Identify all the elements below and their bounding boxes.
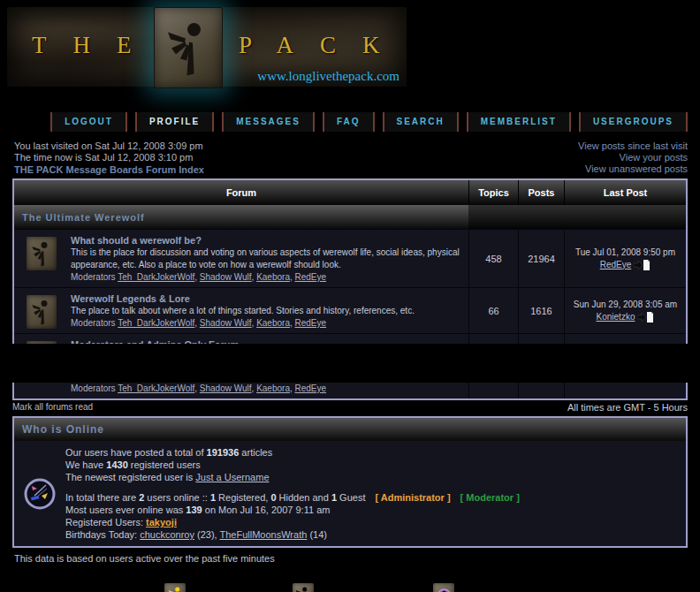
mark-forums-read-link[interactable]: Mark all forums read: [12, 402, 93, 413]
category-row-filler: [468, 205, 686, 229]
forum-moderators: Moderators Teh_DarkJokerWolf, Shadow Wul…: [71, 271, 465, 284]
who-is-online-title: Who is Online: [14, 418, 686, 441]
moderator-link[interactable]: Teh_DarkJokerWolf: [118, 383, 194, 393]
moderator-link[interactable]: Kaebora: [256, 383, 290, 393]
nav-profile[interactable]: PROFILE: [135, 112, 214, 132]
nav-memberlist[interactable]: MEMBERLIST: [467, 112, 571, 132]
moderators-label: Moderators: [71, 318, 118, 328]
last-post-user-link[interactable]: Konietzko: [597, 311, 635, 323]
category-title[interactable]: The Ultimate Werewolf: [14, 205, 468, 229]
forum-locked-icon: [433, 583, 454, 592]
forum-title-link[interactable]: Werewolf Legends & Lore: [71, 292, 465, 305]
view-your-posts-link[interactable]: View your posts: [578, 152, 688, 163]
under-table-row: Mark all forums read All times are GMT -…: [12, 402, 688, 413]
main-nav: LOGOUT PROFILE MESSAGES FAQ SEARCH MEMBE…: [0, 112, 688, 132]
header-last-post: Last Post: [564, 180, 686, 205]
new-posts-icon: [164, 583, 186, 592]
header-topics: Topics: [468, 180, 518, 205]
stat-most-online: Most users ever online was 139 on Mon Ju…: [65, 504, 520, 516]
banner-title-the: THE: [32, 32, 157, 59]
forum-title-link[interactable]: What should a werewolf be?: [71, 234, 465, 247]
view-posts-since-last-visit-link[interactable]: View posts since last visit: [578, 140, 688, 152]
no-new-posts-icon: [293, 583, 314, 592]
birthday-user-link[interactable]: chuckconroy: [140, 529, 194, 540]
header-forum: Forum: [14, 180, 468, 205]
pack-logo-tablet: [154, 7, 223, 88]
goto-last-post-icon[interactable]: [634, 260, 651, 270]
last-post-user-link[interactable]: RedEye: [600, 259, 632, 271]
nav-logout[interactable]: LOGOUT: [50, 112, 127, 132]
forum-moderators: Moderators Teh_DarkJokerWolf, Shadow Wul…: [71, 317, 465, 330]
moderator-link[interactable]: Shadow Wulf: [200, 272, 252, 282]
online-users-icon: [14, 477, 65, 511]
newest-user-link[interactable]: Just a Username: [195, 472, 269, 482]
nav-usergroups[interactable]: USERGROUPS: [579, 112, 688, 132]
last-post-date: Tue Jul 01, 2008 9:50 pm: [575, 247, 675, 259]
moderator-link[interactable]: Kaebora: [256, 318, 290, 328]
visit-info-row: You last visited on Sat Jul 12, 2008 3:0…: [14, 140, 688, 178]
forum-description: This is the place for discussion and vot…: [71, 247, 465, 271]
stat-birthdays: Birthdays Today: chuckconroy (23), TheFu…: [65, 528, 520, 541]
nav-messages[interactable]: MESSAGES: [222, 112, 315, 132]
moderator-link[interactable]: RedEye: [295, 383, 327, 393]
icon-legend: New posts No new posts Forum is locked: [0, 583, 700, 592]
posts-count: 1616: [518, 288, 564, 333]
posts-count: 21964: [518, 230, 564, 287]
site-banner[interactable]: THE PACK www.longlivethepack.com: [7, 7, 407, 87]
moderator-legend: [ Moderator ]: [460, 492, 520, 503]
moderator-link[interactable]: RedEye: [295, 318, 327, 328]
forum-row: Werewolf Legends & Lore The place to tal…: [14, 287, 686, 333]
moderator-link[interactable]: RedEye: [295, 272, 327, 282]
pack-symbol-icon: [166, 19, 210, 77]
moderator-link[interactable]: Shadow Wulf: [200, 318, 252, 328]
topics-count: 458: [468, 230, 518, 287]
nav-search[interactable]: SEARCH: [383, 112, 459, 132]
moderators-label: Moderators: [71, 383, 118, 393]
moderator-link[interactable]: Kaebora: [256, 272, 290, 282]
nav-faq[interactable]: FAQ: [323, 112, 375, 132]
stat-registered-online: Registered Users: takyoji: [65, 516, 520, 528]
stat-newest-user: The newest registered user is Just a Use…: [65, 471, 520, 483]
header-posts: Posts: [518, 180, 564, 205]
moderators-label: Moderators: [71, 272, 118, 282]
moderator-link[interactable]: Teh_DarkJokerWolf: [118, 272, 194, 282]
forum-table-header: Forum Topics Posts Last Post: [14, 180, 686, 205]
stat-registered-users: We have 1430 registered users: [65, 459, 520, 471]
forum-row: What should a werewolf be? This is the p…: [14, 229, 686, 287]
forum-description: The place to talk about where a lot of t…: [71, 305, 465, 317]
category-row: The Ultimate Werewolf: [14, 205, 686, 229]
banner-url: www.longlivethepack.com: [257, 69, 399, 84]
black-redaction-band: [0, 344, 700, 383]
goto-last-post-icon[interactable]: [637, 312, 654, 323]
topics-count: 66: [468, 288, 518, 333]
data-note-text: This data is based on users active over …: [14, 553, 700, 564]
online-user-link[interactable]: takyoji: [146, 517, 177, 527]
stat-users-online: In total there are 2 users online :: 1 R…: [65, 491, 520, 504]
stat-total-articles: Our users have posted a total of 191936 …: [65, 446, 520, 459]
banner-title-pack: PACK: [239, 32, 407, 59]
view-unanswered-posts-link[interactable]: View unanswered posts: [578, 163, 688, 175]
forum-index-title[interactable]: THE PACK Message Boards Forum Index: [14, 164, 204, 176]
last-post-date: Sun Jun 29, 2008 3:05 am: [574, 299, 677, 311]
last-visited-text: You last visited on Sat Jul 12, 2008 3:0…: [14, 140, 204, 152]
forum-icon: [27, 237, 57, 270]
timezone-text: All times are GMT - 5 Hours: [567, 402, 688, 413]
administrator-legend: [ Administrator ]: [375, 492, 450, 503]
forum-icon: [27, 295, 57, 329]
time-now-text: The time now is Sat Jul 12, 2008 3:10 pm: [14, 152, 204, 163]
birthday-user-link[interactable]: TheFullMoonsWrath: [219, 529, 307, 540]
moderator-link[interactable]: Shadow Wulf: [200, 383, 252, 393]
forum-moderators: Moderators Teh_DarkJokerWolf, Shadow Wul…: [71, 383, 465, 395]
who-is-online-table: Who is Online Our users have posted a to…: [12, 416, 688, 548]
moderator-link[interactable]: Teh_DarkJokerWolf: [118, 318, 194, 328]
